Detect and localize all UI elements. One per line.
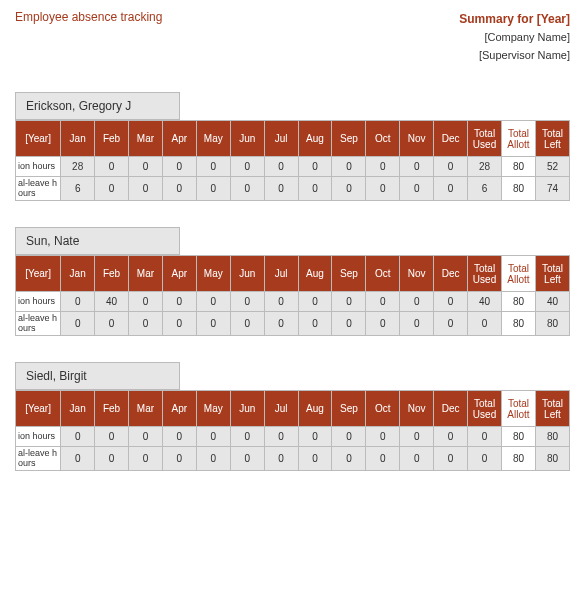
month-cell: 28	[61, 157, 95, 177]
col-month-header: Nov	[400, 391, 434, 427]
month-cell: 0	[61, 292, 95, 312]
col-total-used-header: Total Used	[468, 391, 502, 427]
col-month-header: Jan	[61, 391, 95, 427]
month-cell: 0	[434, 312, 468, 336]
month-cell: 0	[162, 177, 196, 201]
col-month-header: Jan	[61, 256, 95, 292]
month-cell: 40	[95, 292, 129, 312]
month-cell: 0	[332, 177, 366, 201]
col-month-header: Apr	[162, 391, 196, 427]
row-vacation: ion hours0400000000000408040	[16, 292, 570, 312]
month-cell: 0	[434, 157, 468, 177]
total-left-cell: 80	[535, 312, 569, 336]
col-month-header: May	[196, 256, 230, 292]
month-cell: 0	[95, 447, 129, 471]
month-cell: 0	[162, 292, 196, 312]
total-used-cell: 0	[468, 312, 502, 336]
col-month-header: May	[196, 121, 230, 157]
month-cell: 0	[366, 447, 400, 471]
total-left-cell: 74	[535, 177, 569, 201]
col-month-header: Jan	[61, 121, 95, 157]
col-month-header: Oct	[366, 121, 400, 157]
month-cell: 0	[366, 157, 400, 177]
total-allott-cell: 80	[502, 427, 536, 447]
total-allott-cell: 80	[502, 312, 536, 336]
month-cell: 0	[264, 312, 298, 336]
month-cell: 0	[434, 447, 468, 471]
total-allott-cell: 80	[502, 447, 536, 471]
row-label: al-leave hours	[16, 447, 61, 471]
month-cell: 0	[400, 177, 434, 201]
col-total-allott-header: Total Allott	[502, 256, 536, 292]
row-label: al-leave hours	[16, 312, 61, 336]
total-left-cell: 80	[535, 427, 569, 447]
col-month-header: Jul	[264, 121, 298, 157]
month-cell: 0	[196, 157, 230, 177]
month-cell: 0	[400, 427, 434, 447]
total-left-cell: 80	[535, 447, 569, 471]
col-month-header: Aug	[298, 256, 332, 292]
month-cell: 0	[434, 292, 468, 312]
absence-table: [Year]JanFebMarAprMayJunJulAugSepOctNovD…	[15, 390, 570, 471]
row-vacation: ion hours2800000000000288052	[16, 157, 570, 177]
row-leave: al-leave hours00000000000008080	[16, 447, 570, 471]
month-cell: 0	[230, 312, 264, 336]
month-cell: 0	[61, 447, 95, 471]
month-cell: 0	[400, 157, 434, 177]
employee-name: Erickson, Gregory J	[15, 92, 180, 120]
col-month-header: Jul	[264, 391, 298, 427]
month-cell: 0	[400, 447, 434, 471]
month-cell: 0	[264, 157, 298, 177]
employee-block: Siedl, Birgit[Year]JanFebMarAprMayJunJul…	[15, 362, 570, 471]
month-cell: 0	[129, 447, 163, 471]
month-cell: 0	[332, 292, 366, 312]
month-cell: 0	[95, 177, 129, 201]
employee-block: Sun, Nate[Year]JanFebMarAprMayJunJulAugS…	[15, 227, 570, 336]
col-month-header: Jun	[230, 391, 264, 427]
month-cell: 0	[298, 292, 332, 312]
month-cell: 0	[162, 157, 196, 177]
month-cell: 0	[196, 447, 230, 471]
month-cell: 6	[61, 177, 95, 201]
month-cell: 0	[230, 292, 264, 312]
col-month-header: Mar	[129, 391, 163, 427]
month-cell: 0	[366, 312, 400, 336]
total-left-cell: 40	[535, 292, 569, 312]
employee-name: Siedl, Birgit	[15, 362, 180, 390]
col-month-header: Apr	[162, 121, 196, 157]
col-month-header: Apr	[162, 256, 196, 292]
row-vacation: ion hours00000000000008080	[16, 427, 570, 447]
col-total-allott-header: Total Allott	[502, 391, 536, 427]
row-leave: al-leave hours60000000000068074	[16, 177, 570, 201]
company-name: [Company Name]	[459, 29, 570, 47]
month-cell: 0	[298, 157, 332, 177]
month-cell: 0	[400, 312, 434, 336]
month-cell: 0	[332, 312, 366, 336]
row-label: ion hours	[16, 292, 61, 312]
total-left-cell: 52	[535, 157, 569, 177]
col-month-header: Oct	[366, 391, 400, 427]
month-cell: 0	[129, 427, 163, 447]
month-cell: 0	[298, 177, 332, 201]
col-year-header: [Year]	[16, 121, 61, 157]
month-cell: 0	[196, 292, 230, 312]
col-month-header: Jun	[230, 256, 264, 292]
month-cell: 0	[434, 427, 468, 447]
col-month-header: Jul	[264, 256, 298, 292]
month-cell: 0	[162, 312, 196, 336]
col-month-header: Feb	[95, 391, 129, 427]
col-month-header: Dec	[434, 121, 468, 157]
month-cell: 0	[95, 427, 129, 447]
summary-label: Summary for [Year]	[459, 10, 570, 29]
month-cell: 0	[366, 427, 400, 447]
col-month-header: Sep	[332, 121, 366, 157]
month-cell: 0	[196, 312, 230, 336]
month-cell: 0	[230, 177, 264, 201]
page-header: Employee absence tracking Summary for [Y…	[15, 10, 570, 64]
month-cell: 0	[230, 427, 264, 447]
col-month-header: Dec	[434, 391, 468, 427]
row-label: ion hours	[16, 157, 61, 177]
month-cell: 0	[129, 292, 163, 312]
month-cell: 0	[129, 157, 163, 177]
col-total-used-header: Total Used	[468, 256, 502, 292]
